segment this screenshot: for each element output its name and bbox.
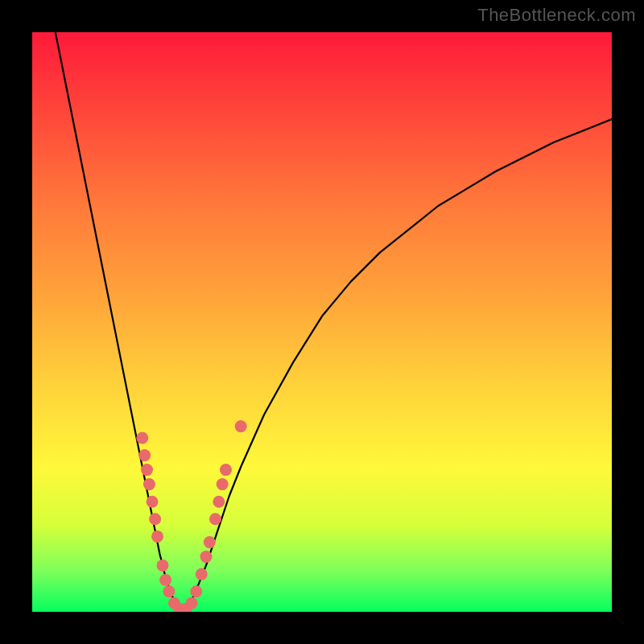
data-marker	[149, 513, 161, 525]
data-marker	[190, 585, 202, 597]
data-marker	[186, 597, 198, 609]
curve-left-branch	[56, 32, 183, 612]
data-marker	[163, 585, 175, 597]
data-marker	[235, 420, 247, 432]
data-marker	[147, 496, 159, 508]
data-marker	[196, 568, 208, 580]
chart-canvas	[32, 32, 612, 612]
data-marker	[157, 559, 169, 572]
data-marker	[138, 449, 151, 461]
plot-area	[32, 32, 612, 612]
data-marker	[200, 551, 213, 563]
data-marker	[213, 496, 225, 508]
data-marker	[159, 574, 171, 586]
watermark-text: TheBottleneck.com	[477, 5, 636, 26]
data-marker	[220, 464, 232, 476]
data-marker	[209, 513, 221, 525]
chart-frame: TheBottleneck.com	[0, 0, 644, 644]
curve-right-branch	[183, 119, 612, 612]
data-marker	[151, 530, 163, 543]
data-marker	[217, 478, 229, 490]
data-marker	[141, 464, 153, 476]
data-marker	[136, 432, 148, 444]
data-marker	[143, 478, 155, 490]
data-marker	[204, 536, 216, 548]
